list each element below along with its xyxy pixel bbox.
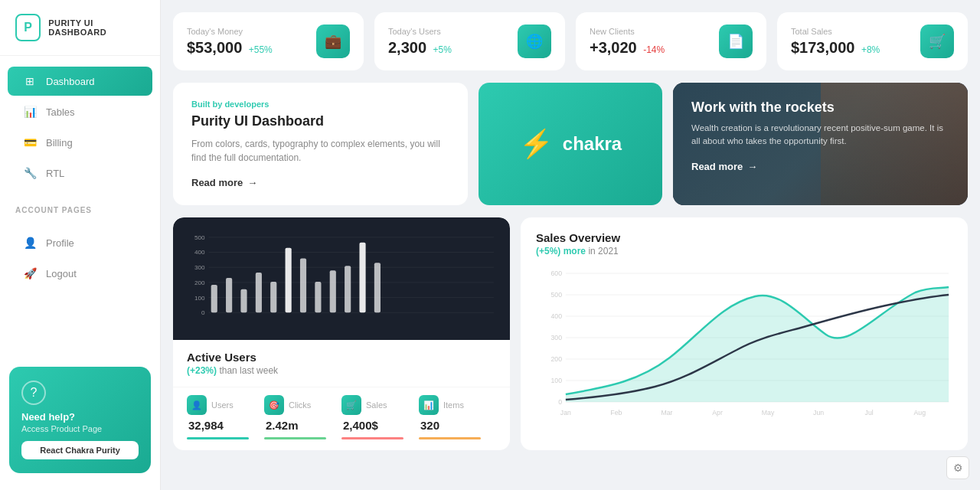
rocket-desc: Wealth creation is a revolutionary recen…	[691, 122, 949, 149]
svg-text:500: 500	[194, 234, 205, 241]
mini-stats-row: 👤 Users 32,984 🎯 Clicks 2.42m	[173, 387, 510, 450]
stat-value: $173,000	[791, 39, 854, 56]
account-section-label: ACCOUNT PAGES	[0, 198, 160, 217]
svg-text:0: 0	[201, 309, 205, 316]
sidebar-item-billing[interactable]: 💳 Billing	[8, 128, 152, 157]
chakra-logo-icon: ⚡	[519, 128, 554, 160]
stat-label: Today's Users	[388, 27, 452, 36]
help-button[interactable]: React Chakra Purity	[21, 441, 139, 459]
rtl-icon: 🔧	[23, 166, 37, 180]
sales-overview-card: Sales Overview (+5%) more in 2021 6	[521, 217, 968, 450]
chakra-card: ⚡ chakra	[479, 83, 662, 205]
svg-rect-20	[330, 270, 336, 312]
help-title: Need help?	[21, 411, 139, 423]
svg-text:0: 0	[558, 398, 562, 406]
mini-sales-icon: 🛒	[341, 395, 361, 415]
svg-text:Mar: Mar	[661, 409, 672, 416]
stat-value: 2,300	[388, 39, 426, 56]
logout-icon: 🚀	[23, 266, 37, 280]
active-users-card: 500 400 300 200 100 0	[173, 217, 510, 450]
line-chart-svg: 600 500 400 300 200 100 0 Jan Feb	[536, 266, 952, 419]
dashboard-icon: ⊞	[23, 74, 37, 88]
svg-text:Jan: Jan	[560, 409, 571, 416]
stats-row: Today's Money $53,000 +55% 💼 Today's Use…	[173, 12, 968, 70]
sidebar-item-tables[interactable]: 📊 Tables	[8, 97, 152, 126]
mini-clicks-bar	[264, 437, 326, 439]
sidebar-item-label: Dashboard	[46, 76, 95, 87]
sales-subtitle: (+5%) more in 2021	[536, 246, 952, 256]
svg-text:600: 600	[550, 270, 562, 277]
svg-text:500: 500	[550, 291, 562, 299]
chart-subtitle-highlight: (+23%)	[187, 365, 217, 376]
help-icon: ?	[21, 381, 46, 405]
mini-clicks-label: Clicks	[289, 400, 311, 410]
rocket-title: Work with the rockets	[691, 100, 949, 116]
stat-value: +3,020	[590, 39, 637, 56]
help-card: ? Need help? Access Product Page React C…	[9, 367, 151, 473]
mini-items-bar	[419, 437, 481, 439]
svg-text:400: 400	[194, 250, 205, 256]
svg-text:Jun: Jun	[813, 409, 824, 416]
promo-desc: From colors, cards, typography to comple…	[191, 137, 449, 165]
sidebar-item-rtl[interactable]: 🔧 RTL	[8, 158, 152, 188]
rocket-card: Work with the rockets Wealth creation is…	[673, 83, 968, 205]
read-more-label: Read more	[191, 177, 243, 188]
svg-rect-14	[240, 289, 247, 313]
sales-subtitle-rest2: in 2021	[588, 246, 618, 256]
nav-section-main: ⊞ Dashboard 📊 Tables 💳 Billing 🔧 RTL	[0, 56, 160, 198]
svg-text:Feb: Feb	[610, 409, 622, 416]
svg-text:100: 100	[194, 295, 205, 302]
svg-rect-21	[345, 266, 351, 312]
tables-icon: 📊	[23, 105, 37, 119]
chart-info: Active Users (+23%) than last week	[173, 340, 510, 387]
stat-label: Total Sales	[791, 27, 880, 36]
mini-stat-clicks: 🎯 Clicks 2.42m	[264, 395, 341, 439]
svg-rect-12	[211, 285, 217, 312]
chakra-name: chakra	[563, 133, 622, 155]
svg-text:100: 100	[550, 377, 562, 384]
sidebar-item-label: Logout	[46, 268, 77, 279]
mini-items-icon: 📊	[419, 395, 439, 415]
svg-text:200: 200	[550, 355, 562, 363]
nav-section-account: 👤 Profile 🚀 Logout	[0, 217, 160, 299]
svg-text:200: 200	[194, 279, 205, 286]
svg-text:Aug: Aug	[913, 409, 926, 416]
mini-users-bar	[187, 437, 249, 439]
stat-card-money: Today's Money $53,000 +55% 💼	[173, 12, 364, 70]
main-content: Today's Money $53,000 +55% 💼 Today's Use…	[161, 0, 980, 490]
svg-rect-13	[226, 278, 232, 312]
bar-chart-svg: 500 400 300 200 100 0	[185, 230, 498, 328]
sales-title: Sales Overview	[536, 231, 952, 244]
logo-icon: P	[15, 14, 41, 41]
rocket-read-more-button[interactable]: Read more →	[691, 161, 757, 172]
sales-subtitle-highlight: (+5%) more	[536, 246, 586, 256]
mini-clicks-icon: 🎯	[264, 395, 284, 415]
mini-users-icon: 👤	[187, 395, 207, 415]
mini-users-value: 32,984	[187, 419, 224, 432]
profile-icon: 👤	[23, 236, 37, 250]
svg-rect-19	[315, 282, 321, 312]
sidebar-logo: P PURITY UI DASHBOARD	[0, 0, 160, 56]
mini-stat-users: 👤 Users 32,984	[187, 395, 264, 439]
help-subtitle: Access Product Page	[21, 424, 139, 433]
svg-rect-23	[374, 263, 381, 312]
mini-clicks-value: 2.42m	[264, 419, 299, 432]
mini-sales-value: 2,400$	[341, 419, 378, 432]
sidebar-item-logout[interactable]: 🚀 Logout	[8, 259, 152, 288]
promo-read-more-button[interactable]: Read more →	[191, 177, 449, 188]
chart-title: Active Users	[187, 351, 496, 364]
stat-change: -14%	[643, 44, 665, 55]
stat-icon-clients: 📄	[719, 24, 753, 58]
mini-items-value: 320	[419, 419, 439, 432]
mini-sales-label: Sales	[366, 400, 387, 410]
line-chart-container: 600 500 400 300 200 100 0 Jan Feb	[536, 266, 952, 419]
mini-users-label: Users	[211, 400, 234, 410]
bar-chart-area: 500 400 300 200 100 0	[173, 217, 510, 340]
stat-label: New Clients	[590, 27, 665, 36]
promo-built: Built by developers	[191, 100, 449, 109]
chart-subtitle-rest: than last week	[219, 365, 278, 376]
sidebar-item-profile[interactable]: 👤 Profile	[8, 228, 152, 257]
sidebar-item-dashboard[interactable]: ⊞ Dashboard	[8, 67, 152, 96]
svg-rect-16	[270, 282, 276, 312]
mini-stat-sales: 🛒 Sales 2,400$	[341, 395, 419, 439]
